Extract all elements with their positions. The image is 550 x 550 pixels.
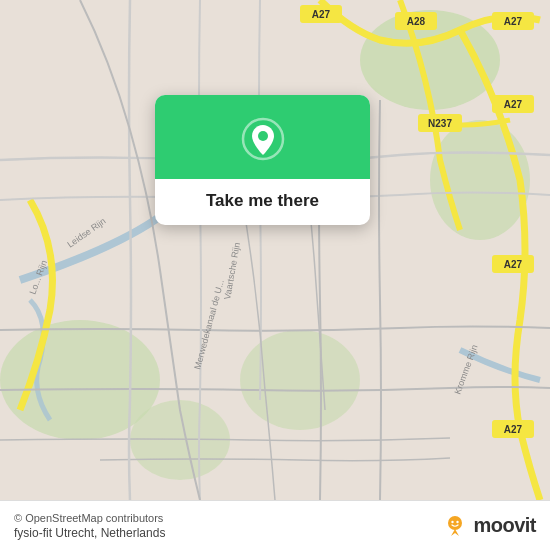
map-svg: A27 A27 A27 A27 A28 N237 A27 Leidse Rijn… xyxy=(0,0,550,500)
moovit-logo: moovit xyxy=(441,512,536,540)
take-me-there-button[interactable]: Take me there xyxy=(190,179,335,225)
svg-text:A27: A27 xyxy=(504,16,523,27)
popup-header xyxy=(155,95,370,179)
location-pin-icon xyxy=(241,117,285,161)
svg-point-4 xyxy=(240,330,360,430)
svg-text:A27: A27 xyxy=(504,259,523,270)
svg-point-29 xyxy=(452,520,454,522)
map-area[interactable]: A27 A27 A27 A27 A28 N237 A27 Leidse Rijn… xyxy=(0,0,550,500)
svg-point-26 xyxy=(258,131,268,141)
moovit-icon xyxy=(441,512,469,540)
svg-text:N237: N237 xyxy=(428,118,452,129)
svg-text:A28: A28 xyxy=(407,16,426,27)
osm-attribution: © OpenStreetMap contributors xyxy=(14,512,165,524)
svg-point-28 xyxy=(448,516,462,530)
moovit-text: moovit xyxy=(473,514,536,537)
svg-text:A27: A27 xyxy=(504,99,523,110)
svg-text:A27: A27 xyxy=(504,424,523,435)
svg-point-30 xyxy=(457,520,459,522)
bottom-bar: © OpenStreetMap contributors fysio-fit U… xyxy=(0,500,550,550)
svg-text:A27: A27 xyxy=(312,9,331,20)
location-popup: Take me there xyxy=(155,95,370,225)
place-name: fysio-fit Utrecht, Netherlands xyxy=(14,526,165,540)
